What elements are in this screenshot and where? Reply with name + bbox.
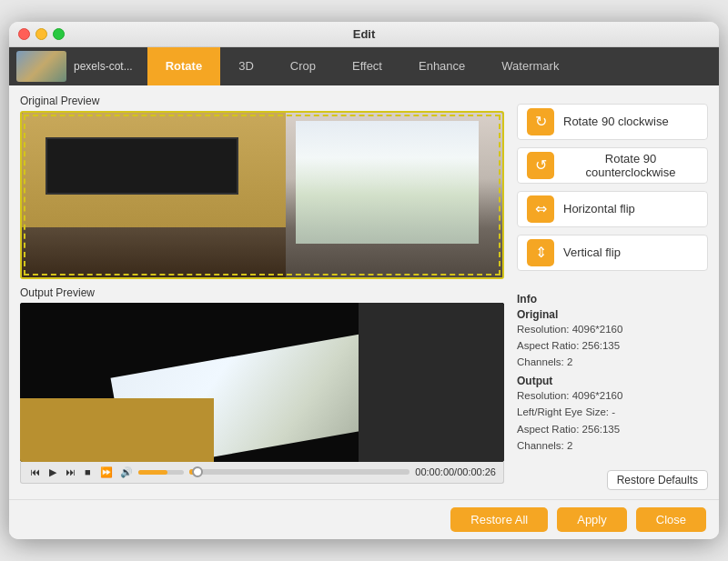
flip-v-label: Vertical flip bbox=[563, 245, 621, 259]
left-panel: Original Preview Output Preview bbox=[20, 95, 504, 491]
content-area: Original Preview Output Preview bbox=[9, 85, 719, 500]
file-thumbnail bbox=[16, 51, 66, 82]
file-name: pexels-cot... bbox=[74, 60, 133, 73]
rotate-cw-icon: ↻ bbox=[527, 108, 554, 135]
rotate-ccw-button[interactable]: ↺ Rotate 90 counterclockwise bbox=[517, 147, 708, 184]
bottom-bar: Restore All Apply Close bbox=[9, 499, 719, 539]
restore-defaults-button[interactable]: Restore Defaults bbox=[607, 470, 708, 490]
info-original-resolution: Resolution: 4096*2160 bbox=[517, 321, 708, 337]
skip-forward-button[interactable]: ⏭ bbox=[64, 466, 77, 478]
original-preview-label: Original Preview bbox=[20, 95, 504, 107]
info-output-eye-size: Left/Right Eye Size: - bbox=[517, 404, 708, 420]
flip-v-icon: ⇕ bbox=[527, 239, 554, 266]
original-preview-section: Original Preview bbox=[20, 95, 504, 279]
video-controls: ⏮ ▶ ⏭ ■ ⏩ 🔊 00:00:00/00:00:26 bbox=[20, 462, 504, 484]
info-original-aspect: Aspect Ratio: 256:135 bbox=[517, 337, 708, 354]
tab-enhance[interactable]: Enhance bbox=[400, 47, 483, 85]
info-output-aspect: Aspect Ratio: 256:135 bbox=[517, 421, 708, 437]
rotate-ccw-label: Rotate 90 counterclockwise bbox=[563, 152, 698, 179]
tab-rotate[interactable]: Rotate bbox=[147, 47, 220, 85]
output-preview-section: Output Preview ⏮ ▶ ⏭ ■ ⏩ 🔊 bbox=[20, 286, 504, 484]
close-traffic-light[interactable] bbox=[18, 28, 30, 40]
title-bar: Edit bbox=[9, 22, 719, 47]
rotate-buttons: ↻ Rotate 90 clockwise ↺ Rotate 90 counte… bbox=[517, 95, 708, 271]
volume-bar[interactable] bbox=[138, 470, 184, 475]
flip-v-button[interactable]: ⇕ Vertical flip bbox=[517, 235, 708, 271]
output-preview-image bbox=[20, 303, 504, 462]
flip-h-button[interactable]: ⇔ Horizontal flip bbox=[517, 191, 708, 227]
window-title: Edit bbox=[353, 27, 376, 41]
tabs-bar: pexels-cot... Rotate 3D Crop Effect Enha… bbox=[9, 47, 719, 85]
tab-crop[interactable]: Crop bbox=[272, 47, 334, 85]
tab-watermark[interactable]: Watermark bbox=[483, 47, 577, 85]
info-original-channels: Channels: 2 bbox=[517, 354, 708, 370]
stop-button[interactable]: ■ bbox=[83, 466, 93, 478]
restore-all-button[interactable]: Restore All bbox=[450, 507, 548, 532]
info-output-channels: Channels: 2 bbox=[517, 437, 708, 454]
main-window: Edit pexels-cot... Rotate 3D Crop Effect… bbox=[9, 22, 719, 540]
progress-bar[interactable] bbox=[189, 469, 410, 475]
next-frame-button[interactable]: ⏩ bbox=[98, 466, 115, 479]
original-preview-image bbox=[22, 113, 502, 277]
info-output-resolution: Resolution: 4096*2160 bbox=[517, 387, 708, 404]
volume-bar-fill bbox=[138, 470, 168, 475]
time-display: 00:00:00/00:00:26 bbox=[415, 466, 496, 477]
flip-h-label: Horizontal flip bbox=[563, 202, 635, 215]
close-button[interactable]: Close bbox=[636, 507, 706, 532]
traffic-lights bbox=[18, 28, 65, 40]
rotate-cw-button[interactable]: ↻ Rotate 90 clockwise bbox=[517, 104, 708, 140]
output-preview-container bbox=[20, 303, 504, 462]
volume-icon: 🔊 bbox=[120, 466, 133, 478]
tab-effect[interactable]: Effect bbox=[334, 47, 400, 85]
tab-3d[interactable]: 3D bbox=[220, 47, 272, 85]
info-output-label: Output bbox=[517, 375, 708, 387]
original-preview-container bbox=[20, 111, 504, 279]
progress-thumb bbox=[192, 466, 203, 477]
apply-button[interactable]: Apply bbox=[557, 507, 627, 532]
minimize-traffic-light[interactable] bbox=[35, 28, 47, 40]
output-preview-label: Output Preview bbox=[20, 286, 504, 299]
right-panel: ↻ Rotate 90 clockwise ↺ Rotate 90 counte… bbox=[517, 95, 708, 491]
maximize-traffic-light[interactable] bbox=[53, 28, 65, 40]
info-original-label: Original bbox=[517, 308, 708, 321]
skip-back-button[interactable]: ⏮ bbox=[28, 466, 42, 478]
rotate-ccw-icon: ↺ bbox=[527, 152, 554, 179]
info-panel: Info Original Resolution: 4096*2160 Aspe… bbox=[517, 293, 708, 455]
rotate-cw-label: Rotate 90 clockwise bbox=[563, 115, 669, 128]
play-button[interactable]: ▶ bbox=[47, 466, 58, 479]
info-title: Info bbox=[517, 293, 708, 306]
flip-h-icon: ⇔ bbox=[527, 195, 554, 223]
